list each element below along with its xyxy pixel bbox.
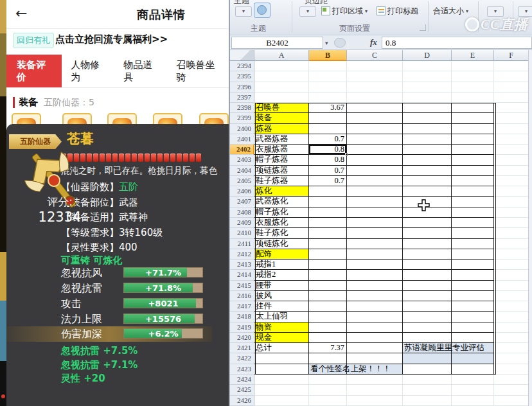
cell-C2414[interactable] xyxy=(347,270,403,280)
cell-E2423[interactable] xyxy=(452,364,494,375)
cell-A2397[interactable] xyxy=(254,93,309,103)
cell-A2406[interactable]: 炼化 xyxy=(254,186,309,197)
cell-C2404[interactable] xyxy=(347,166,403,176)
cell-B2407[interactable] xyxy=(309,197,347,207)
cell-B2423[interactable]: 看个性签名上架！！！ xyxy=(309,364,347,375)
cell-E2413[interactable] xyxy=(452,260,494,270)
row-header-2405[interactable]: 2405 xyxy=(230,176,254,186)
cell-C2403[interactable] xyxy=(347,155,403,165)
cell-E2408[interactable] xyxy=(452,207,494,218)
cell-E2405[interactable] xyxy=(452,176,494,186)
cell-D2404[interactable] xyxy=(403,166,452,176)
row-header-2416[interactable]: 2416 xyxy=(230,291,254,301)
row-header-2408[interactable]: 2408 xyxy=(230,207,254,218)
cell-B2425[interactable] xyxy=(309,385,347,395)
cell-C2420[interactable] xyxy=(347,333,403,343)
cell-D2411[interactable] xyxy=(403,239,452,249)
cell-B2398[interactable]: 3.67 xyxy=(309,103,347,113)
row-header-2422[interactable]: 2422 xyxy=(230,353,254,364)
cell-B2400[interactable] xyxy=(309,124,347,134)
cell-E2403[interactable] xyxy=(452,155,494,165)
print-titles-button[interactable]: 打印标题 xyxy=(377,4,418,18)
cell-D2398[interactable] xyxy=(403,103,452,113)
tab-1[interactable]: 装备评价 xyxy=(6,55,62,87)
cell-F2394[interactable] xyxy=(494,61,529,71)
cell-B2410[interactable] xyxy=(309,228,347,238)
cell-A2401[interactable]: 武器炼器 xyxy=(254,134,309,145)
cell-E2401[interactable] xyxy=(452,134,494,145)
cell-D2422[interactable] xyxy=(403,353,452,364)
column-header-A[interactable]: A xyxy=(254,50,309,61)
cell-C2421[interactable] xyxy=(347,343,403,353)
row-header-2395[interactable]: 2395 xyxy=(230,71,254,82)
cell-B2414[interactable] xyxy=(309,270,347,280)
cell-B2402[interactable]: 0.8 xyxy=(309,145,347,155)
cell-D2416[interactable] xyxy=(403,291,452,301)
row-header-2398[interactable]: 2398 xyxy=(230,103,254,113)
cell-F2398[interactable] xyxy=(494,103,529,113)
cell-C2413[interactable] xyxy=(347,260,403,270)
cell-F2419[interactable] xyxy=(494,322,529,333)
cell-E2402[interactable] xyxy=(452,145,494,155)
cell-D2394[interactable] xyxy=(403,61,452,71)
row-header-2400[interactable]: 2400 xyxy=(230,124,254,134)
cell-B2424[interactable] xyxy=(309,375,347,385)
fit-size-button[interactable]: 合适大小▾ xyxy=(433,4,468,18)
cell-E2396[interactable] xyxy=(452,82,494,93)
cell-A2404[interactable]: 项链炼器 xyxy=(254,166,309,176)
cell-A2424[interactable] xyxy=(254,375,309,385)
row-header-2413[interactable]: 2413 xyxy=(230,260,254,270)
cell-A2403[interactable]: 帽子炼器 xyxy=(254,155,309,165)
cell-F2416[interactable] xyxy=(494,291,529,301)
cell-B2408[interactable] xyxy=(309,207,347,218)
cell-B2411[interactable] xyxy=(309,239,347,249)
cell-F2407[interactable] xyxy=(494,197,529,207)
cell-B2406[interactable] xyxy=(309,186,347,197)
back-button[interactable]: ← xyxy=(15,5,27,21)
cell-E2424[interactable] xyxy=(452,375,494,385)
cell-C2401[interactable] xyxy=(347,134,403,145)
row-header-2414[interactable]: 2414 xyxy=(230,270,254,280)
row-header-2423[interactable]: 2423 xyxy=(230,364,254,375)
cell-C2405[interactable] xyxy=(347,176,403,186)
cell-E2411[interactable] xyxy=(452,239,494,249)
cell-C2402[interactable] xyxy=(347,145,403,155)
cell-C2400[interactable] xyxy=(347,124,403,134)
cell-C2422[interactable] xyxy=(347,353,403,364)
cell-B2404[interactable]: 0.7 xyxy=(309,166,347,176)
row-header-2403[interactable]: 2403 xyxy=(230,155,254,165)
cell-B2419[interactable] xyxy=(309,322,347,333)
cell-E2406[interactable] xyxy=(452,186,494,197)
row-header-2421[interactable]: 2421 xyxy=(230,343,254,353)
cell-B2396[interactable] xyxy=(309,82,347,93)
cell-B2417[interactable] xyxy=(309,301,347,312)
cell-C2418[interactable] xyxy=(347,312,403,322)
name-box-caret[interactable]: ▾ xyxy=(325,40,328,46)
cell-A2400[interactable]: 炼器 xyxy=(254,124,309,134)
cell-F2399[interactable] xyxy=(494,113,529,123)
cell-D2396[interactable] xyxy=(403,82,452,93)
cell-F2405[interactable] xyxy=(494,176,529,186)
cell-E2414[interactable] xyxy=(452,270,494,280)
cell-E2422[interactable] xyxy=(452,353,494,364)
cell-D2415[interactable] xyxy=(403,281,452,291)
cell-E2394[interactable] xyxy=(452,61,494,71)
row-header-2420[interactable]: 2420 xyxy=(230,333,254,343)
cell-B2421[interactable]: 7.37 xyxy=(309,343,347,353)
row-header-2412[interactable]: 2412 xyxy=(230,249,254,260)
cell-F2412[interactable] xyxy=(494,249,529,260)
cell-F2396[interactable] xyxy=(494,82,529,93)
cell-F2406[interactable] xyxy=(494,186,529,197)
row-header-2417[interactable]: 2417 xyxy=(230,301,254,312)
cell-F2422[interactable] xyxy=(494,353,529,364)
themes-dropdown[interactable]: ▾ xyxy=(235,6,252,17)
cell-F2413[interactable] xyxy=(494,260,529,270)
cell-A2398[interactable]: 召唤兽 xyxy=(254,103,309,113)
cell-A2414[interactable]: 戒指2 xyxy=(254,270,309,280)
cell-A2412[interactable]: 配饰 xyxy=(254,249,309,260)
cell-E2407[interactable] xyxy=(452,197,494,207)
row-header-2396[interactable]: 2396 xyxy=(230,82,254,93)
cell-C2406[interactable] xyxy=(347,186,403,197)
cell-F2421[interactable] xyxy=(494,343,529,353)
cell-D2419[interactable] xyxy=(403,322,452,333)
